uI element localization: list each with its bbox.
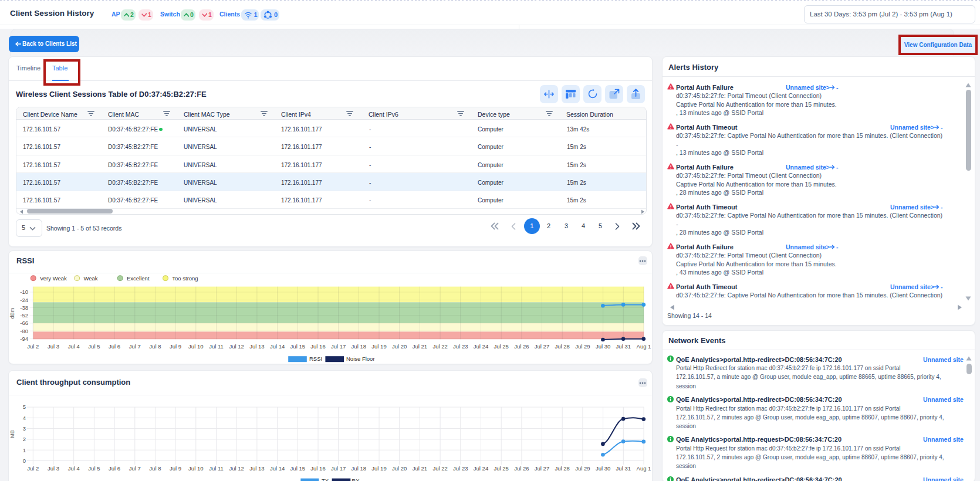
svg-text:Jul 28: Jul 28 xyxy=(555,465,570,472)
svg-text:MB: MB xyxy=(9,430,15,438)
svg-text:Jul 22: Jul 22 xyxy=(432,343,447,350)
svg-text:Jul 8: Jul 8 xyxy=(149,343,161,350)
svg-text:Jul 12: Jul 12 xyxy=(229,343,244,350)
svg-text:-52: -52 xyxy=(20,312,28,319)
svg-text:0: 0 xyxy=(23,458,26,464)
svg-text:Jul 10: Jul 10 xyxy=(188,343,203,350)
svg-text:Jul 14: Jul 14 xyxy=(270,465,285,472)
svg-text:Jul 30: Jul 30 xyxy=(596,465,610,472)
svg-text:Jul 3: Jul 3 xyxy=(48,343,59,350)
svg-text:RSSI: RSSI xyxy=(309,355,322,362)
svg-text:2: 2 xyxy=(23,436,26,442)
svg-text:Jul 31: Jul 31 xyxy=(616,465,631,472)
svg-text:Jul 13: Jul 13 xyxy=(249,343,264,350)
svg-text:Jul 16: Jul 16 xyxy=(310,343,325,350)
svg-text:TX: TX xyxy=(322,477,329,481)
svg-text:Jul 13: Jul 13 xyxy=(249,465,264,472)
svg-text:Jul 19: Jul 19 xyxy=(371,343,386,350)
svg-text:Jul 30: Jul 30 xyxy=(596,343,610,350)
svg-text:Noise Floor: Noise Floor xyxy=(346,355,375,362)
svg-text:Jul 25: Jul 25 xyxy=(494,465,509,472)
svg-text:-10: -10 xyxy=(20,289,28,295)
svg-text:Aug 1: Aug 1 xyxy=(637,343,651,350)
svg-text:Jul 11: Jul 11 xyxy=(209,343,224,350)
svg-text:Excellent: Excellent xyxy=(127,275,150,282)
svg-text:Jul 18: Jul 18 xyxy=(352,343,366,350)
svg-text:Jul 25: Jul 25 xyxy=(494,343,509,350)
svg-text:Jul 24: Jul 24 xyxy=(474,465,488,472)
svg-text:Jul 19: Jul 19 xyxy=(371,465,386,472)
svg-text:Jul 21: Jul 21 xyxy=(413,343,427,350)
svg-text:Jul 26: Jul 26 xyxy=(514,465,529,472)
svg-text:Weak: Weak xyxy=(84,275,98,282)
svg-text:Jul 11: Jul 11 xyxy=(209,465,224,472)
svg-text:Jul 5: Jul 5 xyxy=(88,343,100,350)
svg-text:Jul 6: Jul 6 xyxy=(109,343,120,350)
svg-text:Jul 20: Jul 20 xyxy=(392,343,407,350)
svg-text:Very Weak: Very Weak xyxy=(40,275,67,282)
svg-text:Jul 9: Jul 9 xyxy=(170,343,181,350)
svg-text:Aug 1: Aug 1 xyxy=(637,465,651,472)
svg-text:Jul 29: Jul 29 xyxy=(575,465,590,472)
svg-text:-38: -38 xyxy=(20,304,28,311)
svg-text:Jul 3: Jul 3 xyxy=(48,465,59,472)
svg-text:Jul 17: Jul 17 xyxy=(331,343,346,350)
svg-text:Jul 12: Jul 12 xyxy=(229,465,244,472)
svg-text:Jul 27: Jul 27 xyxy=(535,343,549,350)
svg-text:Jul 14: Jul 14 xyxy=(270,343,285,350)
svg-text:Jul 26: Jul 26 xyxy=(514,343,529,350)
svg-text:dBm: dBm xyxy=(9,308,15,319)
svg-text:Jul 4: Jul 4 xyxy=(68,465,80,472)
svg-text:-80: -80 xyxy=(20,328,28,334)
svg-text:1: 1 xyxy=(23,447,26,453)
svg-text:-94: -94 xyxy=(20,336,28,342)
svg-text:Jul 7: Jul 7 xyxy=(129,343,141,350)
svg-text:Jul 28: Jul 28 xyxy=(555,343,570,350)
svg-text:Jul 8: Jul 8 xyxy=(149,465,161,472)
svg-text:-66: -66 xyxy=(20,320,28,326)
svg-text:Jul 24: Jul 24 xyxy=(474,343,488,350)
svg-text:Jul 2: Jul 2 xyxy=(27,465,39,472)
svg-text:Jul 6: Jul 6 xyxy=(109,465,120,472)
svg-text:Jul 23: Jul 23 xyxy=(453,465,468,472)
svg-text:5: 5 xyxy=(23,404,26,410)
svg-text:Jul 10: Jul 10 xyxy=(188,465,203,472)
svg-text:Jul 18: Jul 18 xyxy=(352,465,366,472)
svg-text:Jul 15: Jul 15 xyxy=(290,465,305,472)
svg-text:Jul 23: Jul 23 xyxy=(453,343,468,350)
svg-text:Jul 29: Jul 29 xyxy=(575,343,590,350)
svg-text:Jul 7: Jul 7 xyxy=(129,465,141,472)
svg-text:Jul 20: Jul 20 xyxy=(392,465,407,472)
svg-text:Jul 27: Jul 27 xyxy=(535,465,549,472)
svg-text:Jul 15: Jul 15 xyxy=(290,343,305,350)
svg-text:3: 3 xyxy=(23,425,26,432)
svg-text:Jul 31: Jul 31 xyxy=(616,343,631,350)
svg-text:Jul 2: Jul 2 xyxy=(27,343,39,350)
svg-text:Jul 22: Jul 22 xyxy=(432,465,447,472)
svg-text:Jul 9: Jul 9 xyxy=(170,465,181,472)
svg-text:RX: RX xyxy=(352,477,360,481)
svg-text:Jul 21: Jul 21 xyxy=(413,465,427,472)
svg-text:Jul 4: Jul 4 xyxy=(68,343,80,350)
svg-text:Jul 17: Jul 17 xyxy=(331,465,346,472)
svg-text:Too strong: Too strong xyxy=(172,275,198,282)
svg-text:-24: -24 xyxy=(20,297,28,303)
svg-text:Jul 16: Jul 16 xyxy=(310,465,325,472)
svg-text:Jul 5: Jul 5 xyxy=(88,465,100,472)
svg-text:4: 4 xyxy=(23,415,26,421)
